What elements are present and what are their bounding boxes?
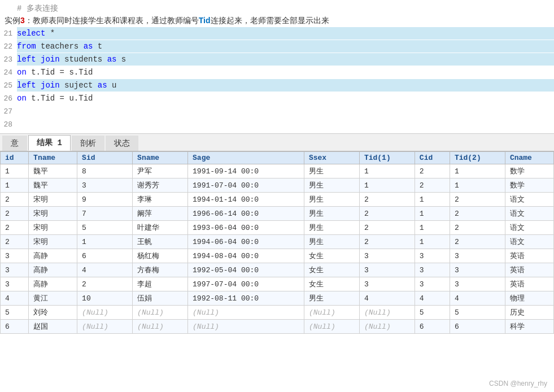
table-cell: 高静 (29, 263, 77, 277)
table-cell: 1993-06-04 00:0 (188, 221, 304, 235)
table-cell: 2 (450, 221, 505, 235)
table-cell: 尹军 (133, 164, 188, 178)
table-cell: 1 (415, 235, 450, 249)
table-cell: (Null) (133, 306, 188, 320)
table-cell: (Null) (188, 306, 304, 320)
table-cell: 2 (359, 207, 415, 221)
col-header-id: id (1, 152, 29, 164)
table-cell: 英语 (505, 249, 553, 263)
table-cell: 3 (359, 277, 415, 291)
table-cell: 3 (1, 249, 29, 263)
code-line: 22from teachers as t (0, 40, 554, 53)
table-row: 2宋明1王帆1994-06-04 00:0男生212语文 (1, 235, 554, 249)
col-header-Tid(2): Tid(2) (450, 152, 505, 164)
table-cell: 6 (77, 249, 133, 263)
table-cell: 李琳 (133, 193, 188, 207)
table-cell: 5 (415, 306, 450, 320)
table-cell: 高静 (29, 277, 77, 291)
intro-line: 实例3：教师表同时连接学生表和课程表，通过教师编号Tid连接起来，老师需要全部显… (0, 15, 554, 27)
table-cell: 1994-08-04 00:0 (188, 249, 304, 263)
table-cell: 7 (77, 207, 133, 221)
table-cell: 1996-06-14 00:0 (188, 207, 304, 221)
table-cell: 5 (1, 306, 29, 320)
table-cell: 男生 (304, 178, 359, 193)
table-cell: 男生 (304, 207, 359, 221)
table-cell: 2 (1, 207, 29, 221)
table-cell: 1 (1, 178, 29, 193)
table-cell: 2 (359, 221, 415, 235)
table-cell: 谢秀芳 (133, 178, 188, 193)
col-header-Cname: Cname (505, 152, 553, 164)
table-cell: 1994-01-14 00:0 (188, 193, 304, 207)
table-cell: 宋明 (29, 221, 77, 235)
table-cell: 王帆 (133, 235, 188, 249)
table-cell: (Null) (188, 320, 304, 334)
col-header-Sage: Sage (188, 152, 304, 164)
table-cell: 语文 (505, 207, 553, 221)
table-cell: 3 (450, 249, 505, 263)
table-cell: 1991-07-04 00:0 (188, 178, 304, 193)
table-cell: 1994-06-04 00:0 (188, 235, 304, 249)
comment-text: # 多表连接 (17, 2, 554, 15)
table-cell: 历史 (505, 306, 553, 320)
code-line: 25left join suject as u (0, 79, 554, 92)
table-cell: 4 (1, 291, 29, 306)
table-row: 6赵国(Null)(Null)(Null)(Null)(Null)66科学 (1, 320, 554, 334)
result-table: idTnameSidSnameSageSsexTid(1)CidTid(2)Cn… (0, 151, 554, 334)
table-cell: 伍娟 (133, 291, 188, 306)
table-cell: 2 (450, 235, 505, 249)
code-line: 28 (0, 118, 554, 131)
result-table-wrapper: idTnameSidSnameSageSsexTid(1)CidTid(2)Cn… (0, 151, 554, 334)
code-line: 24on t.Tid = s.Tid (0, 66, 554, 79)
tabs-bar: 意结果 1剖析状态 (0, 134, 554, 151)
table-cell: (Null) (77, 320, 133, 334)
intro-text: 实例3：教师表同时连接学生表和课程表，通过教师编号Tid连接起来，老师需要全部显… (5, 16, 329, 25)
table-cell: 赵国 (29, 320, 77, 334)
code-lines: 21select *22from teachers as t23left joi… (0, 27, 554, 131)
table-cell: 语文 (505, 235, 553, 249)
table-row: 2宋明9李琳1994-01-14 00:0男生212语文 (1, 193, 554, 207)
table-cell: 3 (450, 263, 505, 277)
table-cell: 4 (359, 291, 415, 306)
table-cell: 1 (450, 178, 505, 193)
table-cell: 9 (77, 193, 133, 207)
table-cell: (Null) (304, 320, 359, 334)
code-section: # 多表连接 实例3：教师表同时连接学生表和课程表，通过教师编号Tid连接起来，… (0, 0, 554, 134)
tab-结果-1[interactable]: 结果 1 (28, 135, 71, 151)
table-row: 1魏平8尹军1991-09-14 00:0男生121数学 (1, 164, 554, 178)
table-cell: 4 (415, 291, 450, 306)
table-cell: 3 (415, 249, 450, 263)
table-cell: 女生 (304, 263, 359, 277)
table-cell: 1 (1, 164, 29, 178)
table-cell: 英语 (505, 263, 553, 277)
table-cell: 3 (359, 263, 415, 277)
table-cell: 李超 (133, 277, 188, 291)
code-line: 21select * (0, 27, 554, 40)
table-cell: 8 (77, 164, 133, 178)
table-cell: 1 (77, 235, 133, 249)
tab-状态[interactable]: 状态 (106, 136, 138, 151)
table-cell: (Null) (359, 306, 415, 320)
code-line: 23left join students as s (0, 53, 554, 66)
table-row: 4黄江10伍娟1992-08-11 00:0男生444物理 (1, 291, 554, 306)
table-cell: 叶建华 (133, 221, 188, 235)
table-cell: 10 (77, 291, 133, 306)
table-cell: 3 (359, 249, 415, 263)
col-header-Ssex: Ssex (304, 152, 359, 164)
table-cell: 男生 (304, 235, 359, 249)
code-line: 26on t.Tid = u.Tid (0, 92, 554, 105)
tab-剖析[interactable]: 剖析 (72, 136, 104, 151)
table-cell: 6 (415, 320, 450, 334)
table-row: 3高静2李超1997-07-04 00:0女生333英语 (1, 277, 554, 291)
table-cell: 2 (359, 193, 415, 207)
table-cell: 宋明 (29, 207, 77, 221)
table-cell: 5 (77, 221, 133, 235)
code-line: 27 (0, 105, 554, 118)
table-row: 5刘玲(Null)(Null)(Null)(Null)(Null)55历史 (1, 306, 554, 320)
table-cell: 女生 (304, 249, 359, 263)
table-cell: 刘玲 (29, 306, 77, 320)
table-cell: 宋明 (29, 193, 77, 207)
table-cell: 3 (77, 178, 133, 193)
col-header-Sid: Sid (77, 152, 133, 164)
tab-意[interactable]: 意 (2, 136, 27, 151)
